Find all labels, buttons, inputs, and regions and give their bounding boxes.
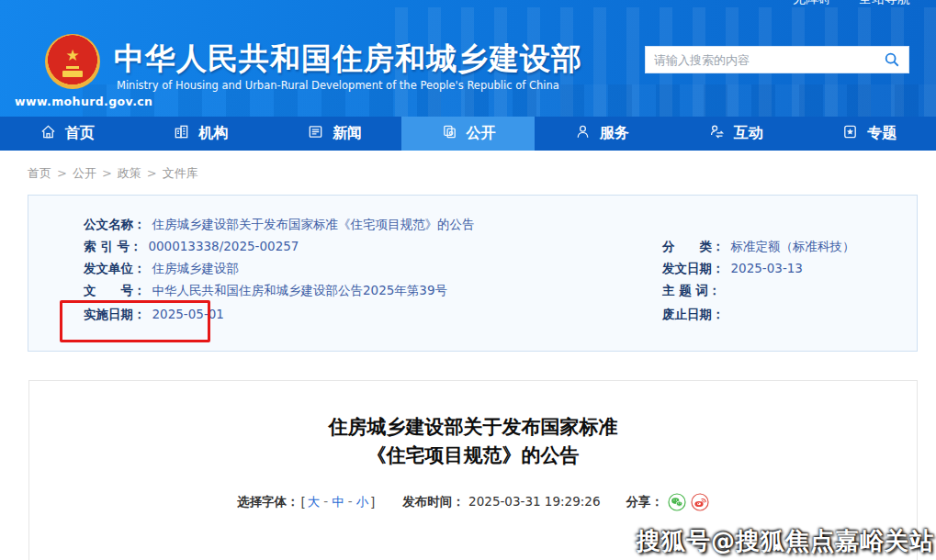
nav-item-interaction[interactable]: 互动 (669, 117, 803, 151)
metadata-label: 发文日期： (662, 261, 725, 275)
article-title: 住房城乡建设部关于发布国家标准 《住宅项目规范》的公告 (29, 413, 917, 470)
home-icon (39, 123, 57, 144)
publish-time-value: 2025-03-31 19:29:26 (468, 494, 600, 509)
metadata-row: 分 类：标准定额（标准科技） (662, 239, 855, 255)
share-label: 分享： (626, 494, 664, 510)
breadcrumb: 首页>公开>政策>文件库 (28, 165, 198, 182)
font-size-separator: - (323, 494, 328, 509)
top-utility-left-link[interactable]: 无障碍 (793, 0, 831, 7)
metadata-value: 2025-03-13 (731, 261, 803, 275)
watermark: 搜狐号@搜狐焦点嘉峪关站 (637, 525, 934, 557)
nav-item-label: 首页 (65, 124, 95, 143)
metadata-label: 发文单位： (84, 261, 146, 275)
main-nav: 首页机构新闻公开服务互动专题 (0, 117, 936, 151)
metadata-value: 中华人民共和国住房和城乡建设部公告2025年第39号 (152, 283, 448, 297)
font-size-chooser-label: 选择字体： (237, 494, 299, 510)
font-size-open-bracket: [ (301, 495, 306, 510)
national-emblem-logo[interactable]: ★ (45, 34, 100, 89)
metadata-row: 索 引 号：000013338/2025-00257 (84, 239, 299, 255)
font-size-link-1[interactable]: 大 (308, 494, 321, 509)
search-box (645, 46, 909, 73)
metadata-value: 住房城乡建设部关于发布国家标准《住宅项目规范》的公告 (152, 217, 475, 231)
font-size-links: 大-中-小 (308, 494, 368, 510)
metadata-label: 文 号： (84, 283, 146, 297)
emblem-gate-icon (62, 71, 83, 77)
weibo-share-icon[interactable] (691, 493, 709, 511)
article-meta-row: 选择字体： [ 大-中-小 ] 发布时间： 2025-03-31 19:29:2… (29, 493, 917, 511)
share-controls: 分享： (626, 493, 710, 511)
breadcrumb-separator: > (102, 166, 112, 180)
font-size-separator: - (348, 494, 353, 509)
nav-item-topics[interactable]: 专题 (802, 117, 936, 151)
article-title-line1: 住房城乡建设部关于发布国家标准 (329, 416, 618, 438)
nav-item-label: 专题 (867, 124, 897, 143)
breadcrumb-separator: > (57, 166, 67, 180)
metadata-label: 索 引 号： (84, 239, 141, 253)
top-utility-right-link[interactable]: 全站导航 (859, 0, 910, 7)
nav-item-label: 公开 (467, 124, 496, 143)
news-icon (307, 123, 324, 144)
breadcrumb-separator: > (147, 166, 157, 180)
site-title: 中华人民共和国住房和城乡建设部 (114, 39, 582, 80)
metadata-row: 废止日期： (662, 307, 731, 323)
site-url: www.mohurd.gov.cn (15, 95, 152, 108)
metadata-value: 000013338/2025-00257 (148, 239, 299, 253)
nav-item-label: 服务 (600, 124, 629, 143)
nav-item-label: 机构 (198, 124, 228, 143)
metadata-row: 发文单位：住房城乡建设部 (84, 261, 239, 277)
organization-icon (173, 123, 190, 144)
nav-item-news[interactable]: 新闻 (267, 117, 401, 151)
metadata-row: 文 号：中华人民共和国住房和城乡建设部公告2025年第39号 (84, 283, 447, 299)
nav-item-home[interactable]: 首页 (0, 117, 134, 151)
breadcrumb-item[interactable]: 文件库 (163, 166, 198, 180)
metadata-row: 发文日期：2025-03-13 (662, 261, 803, 277)
topics-icon (841, 123, 859, 144)
font-size-close-bracket: ] (370, 495, 375, 510)
breadcrumb-item[interactable]: 公开 (73, 166, 96, 180)
article-title-line2: 《住宅项目规范》的公告 (367, 444, 580, 466)
wechat-share-icon[interactable] (668, 493, 686, 511)
breadcrumb-item[interactable]: 政策 (118, 166, 141, 180)
metadata-row: 公文名称：住房城乡建设部关于发布国家标准《住宅项目规范》的公告 (84, 217, 475, 233)
nav-item-disclosure[interactable]: 公开 (401, 117, 536, 151)
site-subtitle: Ministry of Housing and Urban-Rural Deve… (117, 79, 559, 92)
metadata-label: 公文名称： (84, 217, 146, 231)
top-utility-bar: 无障碍 全站导航 (793, 0, 910, 7)
breadcrumb-item[interactable]: 首页 (28, 166, 51, 180)
site-header: 无障碍 全站导航 ★ www.mohurd.gov.cn 中华人民共和国住房和城… (0, 0, 936, 117)
metadata-label: 废止日期： (662, 307, 725, 321)
metadata-label: 分 类： (662, 239, 725, 253)
metadata-value: 住房城乡建设部 (152, 261, 240, 275)
emblem-star-icon: ★ (65, 46, 79, 64)
nav-item-label: 新闻 (333, 124, 362, 143)
nav-item-organization[interactable]: 机构 (134, 117, 268, 151)
nav-item-service[interactable]: 服务 (535, 117, 669, 151)
metadata-label: 主 题 词： (662, 283, 720, 297)
disclosure-icon (441, 123, 458, 144)
search-icon[interactable] (884, 51, 900, 68)
search-input[interactable] (654, 53, 884, 67)
metadata-row: 主 题 词： (662, 283, 727, 299)
publish-time-label: 发布时间： (402, 494, 465, 509)
font-size-link-3[interactable]: 小 (356, 494, 369, 509)
metadata-value: 标准定额（标准科技） (731, 239, 855, 253)
document-metadata-panel: 公文名称：住房城乡建设部关于发布国家标准《住宅项目规范》的公告索 引 号：000… (28, 195, 918, 352)
service-icon (574, 123, 592, 144)
font-size-link-2[interactable]: 中 (332, 494, 344, 509)
interaction-icon (708, 123, 726, 144)
implementation-date-highlight-annotation (60, 300, 210, 342)
publish-time: 发布时间： 2025-03-31 19:29:26 (402, 494, 600, 510)
nav-item-label: 互动 (734, 124, 763, 143)
